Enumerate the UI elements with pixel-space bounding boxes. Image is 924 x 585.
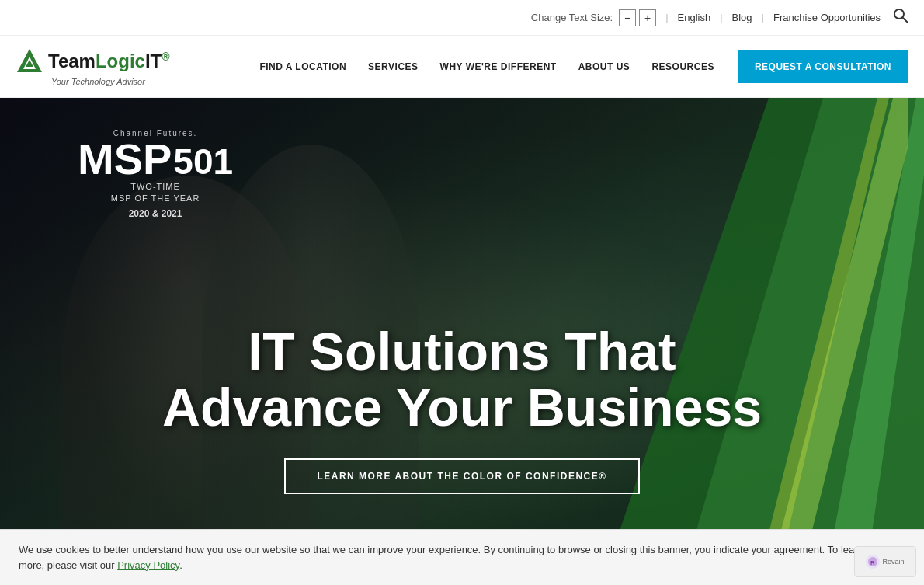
badge-num-text: 501 — [173, 144, 233, 179]
franchise-link[interactable]: Franchise Opportunities — [773, 12, 881, 23]
hero-headline-line1: IT Solutions That — [47, 324, 877, 379]
badge-msp-number: MSP 501 — [78, 138, 233, 181]
svg-line-1 — [903, 18, 908, 23]
top-bar: Change Text Size: − + | English | Blog |… — [0, 0, 924, 36]
nav-item-resources[interactable]: RESOURCES — [641, 54, 725, 80]
badge-sub-text: TWO-TIMEMSP OF THE YEAR — [78, 181, 233, 205]
text-size-controls: − + — [619, 9, 656, 26]
nav-item-about-us[interactable]: ABOUT US — [568, 54, 641, 80]
nav-link-about-us[interactable]: ABOUT US — [568, 54, 641, 80]
logo[interactable]: TeamLogicIT® Your Technology Advisor — [16, 47, 170, 86]
divider-1: | — [665, 12, 668, 23]
nav-link-services[interactable]: SERVICES — [357, 54, 429, 80]
hero-section: Channel Futures. MSP 501 TWO-TIMEMSP OF … — [0, 98, 924, 548]
cookie-text: We use cookies to better understand how … — [19, 542, 888, 548]
nav-link-why-different[interactable]: WHY WE'RE DIFFERENT — [429, 54, 568, 80]
badge-msp-text: MSP — [78, 138, 172, 181]
msp-badge: Channel Futures. MSP 501 TWO-TIMEMSP OF … — [78, 129, 233, 219]
nav-link-resources[interactable]: RESOURCES — [641, 54, 725, 80]
search-icon — [893, 8, 908, 23]
badge-years: 2020 & 2021 — [78, 208, 233, 219]
increase-text-btn[interactable]: + — [639, 9, 656, 26]
consultation-button[interactable]: REQUEST A CONSULTATION — [738, 50, 908, 83]
decrease-text-btn[interactable]: − — [619, 9, 636, 26]
text-size-label: Change Text Size: — [531, 12, 613, 23]
nav-item-find-location[interactable]: FIND A LOCATION — [248, 54, 357, 80]
svg-point-0 — [894, 9, 904, 19]
nav-link-find-location[interactable]: FIND A LOCATION — [248, 54, 357, 80]
nav-item-services[interactable]: SERVICES — [357, 54, 429, 80]
hero-headline: IT Solutions That Advance Your Business — [0, 324, 924, 435]
nav-links: FIND A LOCATION SERVICES WHY WE'RE DIFFE… — [248, 54, 725, 80]
divider-3: | — [762, 12, 764, 23]
logo-tagline: Your Technology Advisor — [51, 77, 145, 86]
search-button[interactable] — [893, 8, 908, 27]
nav-item-why-different[interactable]: WHY WE'RE DIFFERENT — [429, 54, 568, 80]
navigation: TeamLogicIT® Your Technology Advisor FIN… — [0, 36, 924, 98]
logo-text: TeamLogicIT® — [16, 47, 170, 75]
logo-brand: TeamLogicIT® — [48, 50, 170, 72]
cookie-main-text: We use cookies to better understand how … — [19, 544, 863, 548]
blog-link[interactable]: Blog — [732, 12, 752, 23]
language-link[interactable]: English — [678, 12, 711, 23]
revain-badge[interactable]: R Revain — [854, 546, 916, 548]
divider-2: | — [720, 12, 722, 23]
hero-cta-area: LEARN MORE ABOUT THE COLOR OF CONFIDENCE… — [0, 458, 924, 494]
hero-content: Channel Futures. MSP 501 TWO-TIMEMSP OF … — [0, 98, 924, 548]
hero-headline-line2: Advance Your Business — [47, 380, 877, 435]
logo-icon — [16, 47, 43, 75]
cookie-banner: We use cookies to better understand how … — [0, 529, 924, 548]
hero-cta-button[interactable]: LEARN MORE ABOUT THE COLOR OF CONFIDENCE… — [284, 458, 639, 494]
